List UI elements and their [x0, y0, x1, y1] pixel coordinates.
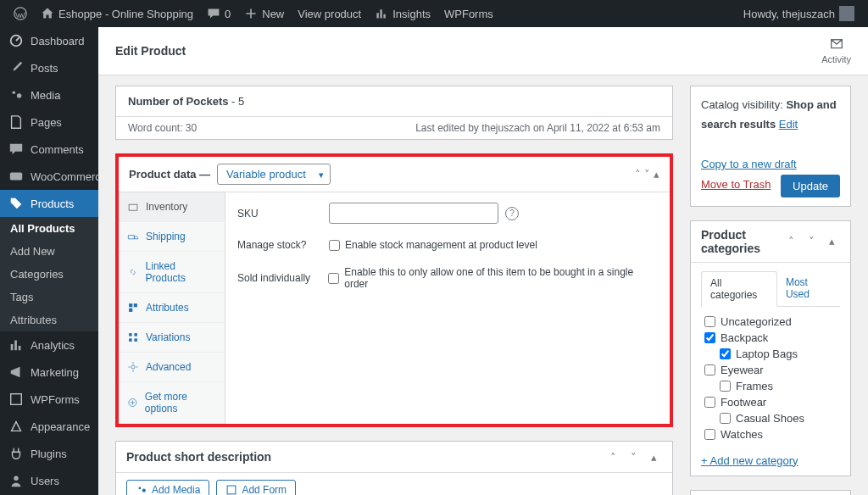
manage-stock-text: Enable stock management at product level [345, 239, 537, 251]
svg-rect-5 [11, 394, 22, 405]
submenu-categories[interactable]: Categories [0, 263, 98, 286]
last-edited: Last edited by thejuszach on April 11, 2… [415, 122, 660, 134]
sold-individually-checkbox[interactable] [328, 273, 339, 284]
tab-linked[interactable]: Linked Products [119, 252, 225, 293]
tab-attributes[interactable]: Attributes [119, 293, 225, 323]
manage-stock-label: Manage stock? [237, 239, 329, 251]
svg-rect-11 [129, 204, 137, 210]
product-type-select[interactable]: Variable product [217, 164, 331, 185]
menu-wpforms[interactable]: WPForms [0, 386, 98, 413]
panel-up-icon[interactable]: ˄ [635, 168, 641, 181]
svg-point-3 [17, 93, 21, 97]
submenu-attributes[interactable]: Attributes [0, 309, 98, 331]
submenu-add-new[interactable]: Add New [0, 240, 98, 263]
tab-variations[interactable]: Variations [119, 323, 225, 353]
cat-frames[interactable] [720, 381, 731, 392]
publish-panel: Catalog visibility: Shop and search resu… [690, 86, 851, 207]
svg-rect-23 [227, 486, 236, 494]
panel-down-icon[interactable]: ˅ [644, 168, 650, 181]
tags-panel: Product tags ˄ ˅ ▴ Add Separate tags wit… [690, 490, 851, 495]
svg-rect-4 [10, 173, 22, 181]
page-title: Edit Product [115, 44, 186, 58]
svg-point-6 [14, 476, 18, 481]
wpforms-link[interactable]: WPForms [437, 0, 500, 27]
categories-panel: Product categories ˄ ˅ ▴ All categories … [690, 220, 851, 476]
cat-eyewear[interactable] [704, 364, 715, 375]
new-link[interactable]: New [237, 0, 291, 27]
tab-shipping[interactable]: Shipping [119, 222, 225, 252]
cat-footwear[interactable] [704, 397, 715, 408]
svg-rect-17 [129, 338, 132, 342]
admin-sidebar: Dashboard Posts Media Pages Comments Woo… [0, 27, 98, 495]
sold-individually-label: Sold individually [237, 272, 328, 284]
update-button[interactable]: Update [781, 175, 840, 197]
svg-rect-15 [129, 333, 132, 336]
svg-point-21 [139, 487, 142, 490]
sku-label: SKU [237, 208, 329, 220]
cat-watches[interactable] [704, 429, 715, 440]
products-submenu: All Products Add New Categories Tags Att… [0, 217, 98, 331]
tab-inventory[interactable]: Inventory [119, 192, 225, 222]
howdy-link[interactable]: Howdy, thejuszach [737, 0, 861, 27]
menu-dashboard[interactable]: Dashboard [0, 27, 98, 54]
menu-pages[interactable]: Pages [0, 108, 98, 136]
tab-get-more[interactable]: Get more options [119, 382, 225, 424]
activity-button[interactable]: Activity [821, 37, 851, 64]
insights-link[interactable]: Insights [368, 0, 437, 27]
tab-advanced[interactable]: Advanced [119, 353, 225, 382]
svg-rect-12 [129, 303, 132, 307]
all-categories-tab[interactable]: All categories [701, 271, 777, 307]
catalog-edit-link[interactable]: Edit [779, 118, 798, 131]
svg-point-19 [131, 365, 135, 369]
manage-stock-checkbox[interactable] [329, 240, 340, 251]
editor-footer: Word count: 30 Last edited by thejuszach… [115, 116, 673, 140]
submenu-tags[interactable]: Tags [0, 286, 98, 309]
menu-media[interactable]: Media [0, 81, 98, 108]
menu-marketing[interactable]: Marketing [0, 359, 98, 386]
menu-woocommerce[interactable]: WooCommerce [0, 163, 98, 190]
sold-individually-text: Enable this to only allow one of this it… [344, 266, 658, 290]
menu-users[interactable]: Users [0, 467, 98, 494]
svg-rect-16 [134, 333, 137, 336]
menu-plugins[interactable]: Plugins [0, 440, 98, 467]
cat-backpack[interactable] [704, 332, 715, 343]
svg-rect-14 [129, 309, 132, 312]
short-description-title: Product short description [126, 450, 604, 464]
sku-help-icon[interactable]: ? [505, 207, 519, 220]
word-count: Word count: 30 [128, 122, 197, 134]
catalog-visibility-label: Catalog visibility: [701, 98, 786, 111]
svg-rect-18 [134, 338, 137, 342]
panel-toggle-icon[interactable]: ▴ [823, 233, 840, 250]
wp-logo[interactable] [7, 0, 34, 27]
menu-analytics[interactable]: Analytics [0, 331, 98, 359]
add-category-link[interactable]: + Add new category [701, 454, 840, 467]
copy-draft-link[interactable]: Copy to a new draft [701, 158, 797, 170]
menu-appearance[interactable]: Appearance [0, 413, 98, 440]
product-data-title: Product data — [129, 168, 210, 181]
view-product-link[interactable]: View product [291, 0, 368, 27]
panel-toggle-icon[interactable]: ▴ [654, 168, 659, 181]
add-form-button[interactable]: Add Form [216, 480, 296, 495]
panel-toggle-icon[interactable]: ▴ [645, 448, 662, 465]
cat-uncategorized[interactable] [704, 316, 715, 327]
panel-up-icon[interactable]: ˄ [782, 233, 799, 250]
panel-up-icon[interactable]: ˄ [604, 448, 621, 465]
site-link[interactable]: Eshoppe - Online Shopping [34, 0, 200, 27]
sku-input[interactable] [329, 203, 498, 224]
panel-down-icon[interactable]: ˅ [625, 448, 642, 465]
panel-down-icon[interactable]: ˅ [803, 233, 820, 250]
menu-posts[interactable]: Posts [0, 54, 98, 81]
menu-products[interactable]: Products [0, 190, 98, 217]
svg-point-2 [13, 92, 16, 95]
most-used-tab[interactable]: Most Used [777, 271, 840, 306]
menu-comments[interactable]: Comments [0, 136, 98, 163]
add-media-button[interactable]: Add Media [126, 480, 209, 495]
categories-title: Product categories [701, 228, 782, 255]
avatar [839, 6, 854, 21]
cat-casual-shoes[interactable] [720, 413, 731, 424]
cat-laptop-bags[interactable] [720, 348, 731, 359]
comments-link[interactable]: 0 [200, 0, 237, 27]
move-to-trash-link[interactable]: Move to Trash [701, 178, 771, 191]
svg-point-22 [142, 489, 146, 492]
submenu-all-products[interactable]: All Products [0, 217, 98, 240]
